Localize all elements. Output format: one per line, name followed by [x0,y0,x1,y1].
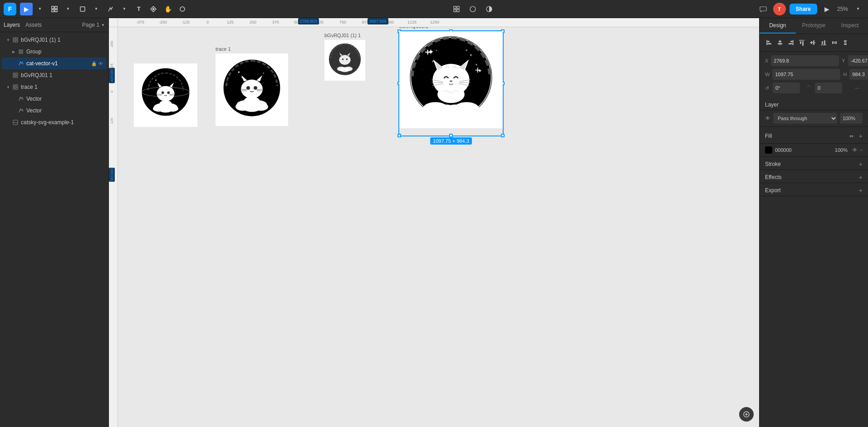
align-row-1 [764,38,863,48]
component-tool[interactable] [147,3,160,15]
select-dropdown[interactable]: ▼ [34,3,46,15]
shape-tool[interactable] [76,3,89,15]
logo-button[interactable]: F [4,3,16,15]
play-button[interactable]: ▶ [821,3,834,15]
frame-dropdown[interactable]: ▼ [62,3,74,15]
effects-add-button[interactable]: + [859,174,863,181]
select-tool[interactable]: ▶ [20,3,33,15]
tool-group-pen: ▼ [104,3,131,15]
tab-layers[interactable]: Layers [4,21,20,29]
blend-mode-select[interactable]: Pass through Normal Multiply Screen Over… [773,113,837,124]
svg-rect-121 [767,43,771,44]
left-panel: Layers Assets Page 1 ▼ ▼ bGvRQJ01 (1) 1 … [0,18,109,427]
stroke-title: Stroke [765,161,859,167]
tab-assets[interactable]: Assets [25,21,42,29]
svg-rect-127 [789,43,793,44]
fill-section-header: Fill ⇔ + [760,127,868,144]
layer-item-example[interactable]: ▶ catsky-svg-example-1 [2,116,107,128]
canvas-area[interactable]: -375 -250 -125 0 125 250 375 500 625 750… [109,18,759,427]
distribute-h[interactable] [829,38,839,48]
avatar[interactable]: T [773,3,786,15]
layer-item-group[interactable]: ▶ Group [2,46,107,58]
distribute-v[interactable] [840,38,850,48]
corner-button[interactable] [739,407,754,422]
svg-rect-138 [832,41,834,44]
align-top[interactable] [797,38,807,48]
fill-remove-btn[interactable]: − [859,147,863,153]
lock-icon[interactable]: 🔒 [91,61,97,66]
align-left[interactable] [764,38,774,48]
layer-name: trace 1 [21,84,103,90]
layer-actions: 🔒 👁 [91,61,103,66]
fill-add-button[interactable]: + [859,131,863,141]
pen-dropdown[interactable]: ▼ [118,3,131,15]
canvas-frame-2[interactable]: ✦ + + + [216,53,288,126]
align-center-v[interactable] [808,38,818,48]
svg-rect-140 [835,41,837,44]
grid-icon[interactable] [450,3,463,15]
layer-item-frame2[interactable]: ▶ bGvRQJ01 1 [2,69,107,81]
fill-controls: ⇔ + [846,131,863,141]
layer-item-vector1[interactable]: ▶ Vector [2,93,107,105]
corner-input[interactable] [815,82,842,93]
align-right[interactable] [786,38,796,48]
handle-br[interactable] [501,134,505,137]
ruler-x-highlight2: 3867.556 [368,18,388,24]
svg-point-49 [159,100,172,108]
layer-item-vector2[interactable]: ▶ Vector [2,105,107,116]
chat-icon[interactable] [757,3,770,15]
opacity-input[interactable] [840,113,863,124]
hand-tool[interactable]: ✋ [162,3,174,15]
tab-inspect[interactable]: Inspect [832,18,868,34]
handle-bl[interactable] [397,134,401,137]
layer-visibility-toggle[interactable]: 👁 [765,115,770,121]
zoom-dropdown[interactable]: ▼ [852,3,864,15]
toolbar-right: T Share ▶ 25% ▼ [757,3,864,15]
fill-visibility-btn[interactable]: 👁 [852,147,858,153]
contrast-icon[interactable] [483,3,495,15]
layer-item-trace1[interactable]: ▼ trace 1 [2,81,107,93]
align-bottom[interactable] [819,38,829,48]
x-input[interactable] [771,55,839,66]
svg-rect-142 [844,42,846,43]
text-tool[interactable]: T [132,3,145,15]
tab-prototype[interactable]: Prototype [796,18,832,34]
svg-rect-139 [834,42,835,44]
frame-tool[interactable] [48,3,61,15]
comment-tool[interactable] [176,3,189,15]
h-input[interactable] [849,69,868,80]
more-options[interactable]: ··· [852,82,863,93]
page-selector[interactable]: Page 1 ▼ [82,22,105,28]
align-center-h[interactable] [775,38,785,48]
expand-icon: ▼ [5,84,11,90]
pen-tool[interactable] [104,3,117,15]
w-input[interactable] [772,69,840,80]
layer-item-cat-vector[interactable]: ▶ cat-vector-v1 🔒 👁 [2,58,107,69]
export-add-button[interactable]: + [859,187,863,194]
ruler-left: -250 -125 0 125 -429.667 563.633 [109,27,118,427]
canvas-content[interactable]: ✦ + + + [118,27,759,427]
visibility-icon[interactable]: 👁 [98,61,103,66]
svg-point-112 [436,108,466,121]
layer-item-frame1[interactable]: ▼ bGvRQJ01 (1) 1 [2,34,107,46]
frame-icon [12,36,19,44]
mask-icon[interactable] [466,3,479,15]
shape-dropdown[interactable]: ▼ [90,3,103,15]
y-input[interactable] [848,55,868,66]
fill-color-swatch[interactable] [765,146,772,154]
svg-text:✦: ✦ [237,70,240,74]
svg-rect-130 [802,41,804,46]
expand-icon: ▼ [5,37,11,43]
svg-rect-1 [55,6,57,9]
svg-rect-15 [16,40,18,42]
canvas-frame-1[interactable]: ✦ + + + [134,63,197,127]
svg-rect-16 [19,50,20,51]
rotation-input[interactable] [773,82,800,93]
share-button[interactable]: Share [790,4,817,15]
tab-design[interactable]: Design [760,18,796,34]
fill-resize-icon[interactable]: ⇔ [846,131,857,141]
tool-group-shape: ▼ [76,3,103,15]
stroke-add-button[interactable]: + [859,160,863,168]
canvas-frame-3[interactable] [324,40,365,81]
handle-bm[interactable] [449,134,453,137]
